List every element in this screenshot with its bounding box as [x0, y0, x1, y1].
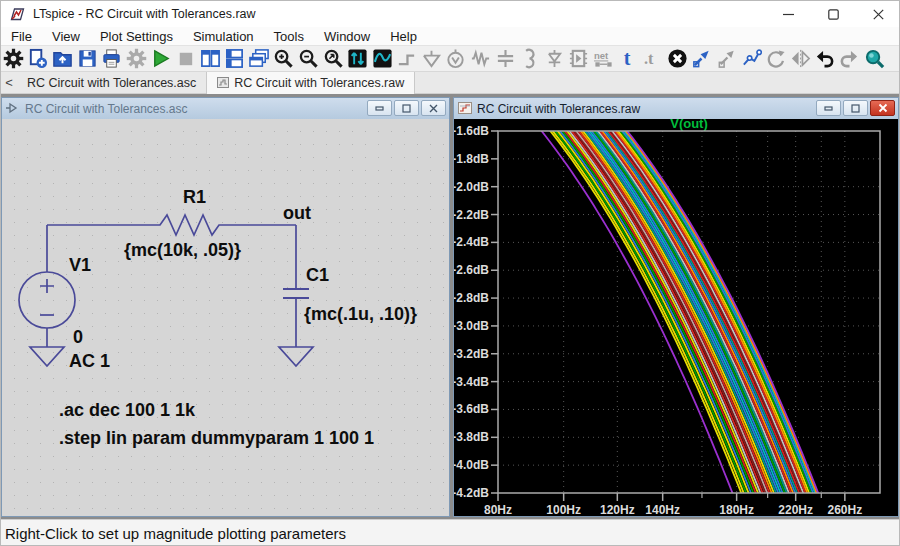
place-capacitor-icon: [493, 47, 518, 71]
svg-text:-2.4dB: -2.4dB: [454, 235, 489, 249]
mirror-icon: [788, 47, 813, 71]
svg-text:-1.8dB: -1.8dB: [454, 152, 489, 166]
new-schematic-icon[interactable]: [26, 47, 51, 71]
monte-carlo-traces: [498, 119, 880, 516]
child-close-button[interactable]: [421, 100, 446, 116]
child-restore-button[interactable]: [843, 100, 868, 116]
label-net-icon: [444, 47, 469, 71]
svg-text:140Hz: 140Hz: [645, 503, 680, 516]
svg-text:120Hz: 120Hz: [600, 503, 635, 516]
delete-icon[interactable]: [665, 47, 690, 71]
find-icon[interactable]: [862, 47, 887, 71]
control-panel-icon[interactable]: [1, 47, 26, 71]
maximize-button[interactable]: [811, 1, 856, 27]
menu-file[interactable]: File: [1, 27, 42, 46]
svg-text:220Hz: 220Hz: [778, 503, 813, 516]
waveform-plot[interactable]: V(out) -1.6dB-1.8dB-2.0dB-2.2dB-2.4dB-2.…: [454, 119, 898, 516]
draw-wire-icon: [395, 47, 420, 71]
pause-icon: [124, 47, 149, 71]
place-text-icon[interactable]: t: [616, 47, 641, 71]
halt-icon: [173, 47, 198, 71]
close-button[interactable]: [856, 1, 900, 27]
place-component-icon: [567, 47, 592, 71]
svg-text:80Hz: 80Hz: [484, 503, 512, 516]
place-resistor-icon: [468, 47, 493, 71]
schematic-doc-icon: [6, 100, 20, 118]
resistor-r1[interactable]: [154, 215, 230, 235]
ltspice-window: LTspice - RC Circuit with Tolerances.raw…: [0, 0, 900, 546]
r1-name: R1: [183, 187, 206, 207]
move-icon[interactable]: [739, 47, 764, 71]
waveform-window-controls: [816, 100, 895, 116]
schematic-window-title: RC Circuit with Tolerances.asc: [25, 102, 188, 116]
child-minimize-button[interactable]: [367, 100, 392, 116]
r1-value: {mc(10k, .05)}: [124, 240, 241, 260]
tile-horizontal-icon[interactable]: [222, 47, 247, 71]
v1-name: V1: [69, 255, 91, 275]
rotate-icon: [763, 47, 788, 71]
window-controls: [766, 1, 900, 27]
minimize-button[interactable]: [766, 1, 811, 27]
svg-text:-3.0dB: -3.0dB: [454, 319, 489, 333]
plot-title[interactable]: V(out): [670, 119, 708, 131]
tab-scroll-left-button[interactable]: <: [1, 72, 17, 94]
svg-text:-3.6dB: -3.6dB: [454, 402, 489, 416]
cascade-windows-icon[interactable]: [247, 47, 272, 71]
svg-text:-3.2dB: -3.2dB: [454, 347, 489, 361]
plot-settings-icon[interactable]: [370, 47, 395, 71]
tile-vertical-icon[interactable]: [198, 47, 223, 71]
svg-text:-1.6dB: -1.6dB: [454, 124, 489, 138]
save-icon[interactable]: [75, 47, 100, 71]
tab-waveform[interactable]: RC Circuit with Tolerances.raw: [206, 72, 415, 94]
toolbar: nett.t: [1, 46, 900, 72]
zoom-extents-icon[interactable]: [321, 47, 346, 71]
child-restore-button[interactable]: [394, 100, 419, 116]
voltage-source-v1[interactable]: [19, 272, 75, 328]
schematic-window-controls: [367, 100, 446, 116]
svg-text:180Hz: 180Hz: [719, 503, 754, 516]
menu-view[interactable]: View: [42, 27, 90, 46]
schematic-titlebar[interactable]: RC Circuit with Tolerances.asc: [2, 98, 449, 119]
schematic-canvas[interactable]: R1 {mc(10k, .05)} out C1 {mc(.1u, .10)} …: [2, 119, 449, 516]
spice-directive-icon: .t: [640, 47, 665, 71]
net-label-out: out: [283, 203, 311, 223]
v1-value: 0: [73, 327, 83, 347]
run-icon[interactable]: [149, 47, 174, 71]
undo-icon[interactable]: [813, 47, 838, 71]
zoom-in-icon[interactable]: [272, 47, 297, 71]
svg-text:-3.4dB: -3.4dB: [454, 375, 489, 389]
status-bar: Right-Click to set up magnitude plotting…: [1, 519, 900, 546]
status-text: Right-Click to set up magnitude plotting…: [5, 525, 346, 542]
ground-v1: [30, 347, 64, 366]
open-icon[interactable]: [50, 47, 75, 71]
svg-text:-3.8dB: -3.8dB: [454, 430, 489, 444]
titlebar: LTspice - RC Circuit with Tolerances.raw: [1, 1, 900, 27]
place-ground-icon: [419, 47, 444, 71]
spice-directive-step: .step lin param dummyparam 1 100 1: [59, 428, 374, 448]
menu-tools[interactable]: Tools: [264, 27, 314, 46]
menu-window[interactable]: Window: [314, 27, 380, 46]
menu-simulation[interactable]: Simulation: [183, 27, 264, 46]
waveform-window-title: RC Circuit with Tolerances.raw: [477, 102, 640, 116]
menu-plot-settings[interactable]: Plot Settings: [90, 27, 183, 46]
c1-name: C1: [306, 265, 329, 285]
tab-schematic[interactable]: RC Circuit with Tolerances.asc: [17, 72, 206, 94]
waveform-doc-icon: [458, 100, 472, 118]
autorange-y-icon[interactable]: [345, 47, 370, 71]
menu-help[interactable]: Help: [380, 27, 427, 46]
tab-bar: < RC Circuit with Tolerances.asc RC Circ…: [1, 72, 900, 94]
svg-text:-2.6dB: -2.6dB: [454, 263, 489, 277]
child-minimize-button[interactable]: [816, 100, 841, 116]
svg-text:100Hz: 100Hz: [546, 503, 581, 516]
waveform-titlebar[interactable]: RC Circuit with Tolerances.raw: [454, 98, 898, 119]
svg-text:-2.2dB: -2.2dB: [454, 208, 489, 222]
capacitor-c1[interactable]: [283, 289, 309, 298]
drag-icon: [714, 47, 739, 71]
place-inductor-icon: [517, 47, 542, 71]
print-icon[interactable]: [99, 47, 124, 71]
duplicate-icon[interactable]: [690, 47, 715, 71]
svg-text:.t: .t: [644, 50, 654, 68]
child-close-button[interactable]: [870, 100, 895, 116]
zoom-out-icon[interactable]: [296, 47, 321, 71]
vout-trace: [498, 119, 880, 516]
